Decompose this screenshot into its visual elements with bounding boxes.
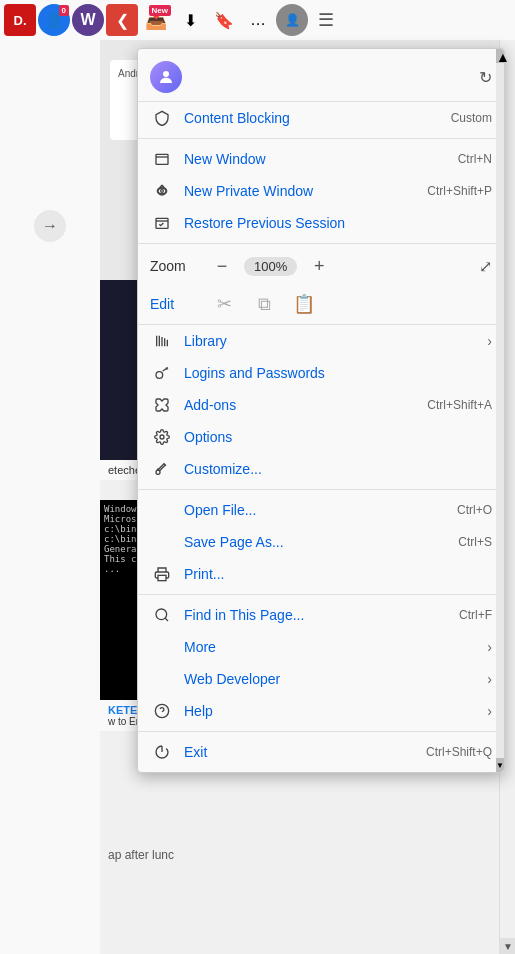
new-window-icon: [150, 151, 174, 167]
w-icon[interactable]: W: [72, 4, 104, 36]
exit-item[interactable]: Exit Ctrl+Shift+Q: [138, 736, 504, 768]
separator-2: [138, 243, 504, 244]
separator-5: [138, 731, 504, 732]
restore-icon: [150, 215, 174, 231]
zoom-expand-button[interactable]: ⤢: [479, 257, 492, 276]
options-item[interactable]: Options: [138, 421, 504, 453]
refresh-button[interactable]: ↻: [479, 68, 492, 87]
new-private-window-shortcut: Ctrl+Shift+P: [427, 184, 492, 198]
help-label: Help: [184, 703, 479, 719]
customize-item[interactable]: Customize...: [138, 453, 504, 485]
zoom-plus-button[interactable]: +: [305, 254, 333, 278]
more-arrow: ›: [487, 639, 492, 655]
edit-label: Edit: [150, 296, 200, 312]
puzzle-icon: [150, 397, 174, 413]
addons-shortcut: Ctrl+Shift+A: [427, 398, 492, 412]
bookmark-icon[interactable]: 🔖: [208, 4, 240, 36]
paste-button[interactable]: 📋: [288, 290, 320, 318]
separator-3: [138, 489, 504, 490]
content-blocking-value: Custom: [451, 111, 492, 125]
gear-icon: [150, 429, 174, 445]
dropdown-scroll-down[interactable]: ▼: [496, 758, 504, 772]
dropdown-scrollbar[interactable]: ▲ ▼: [496, 49, 504, 772]
addons-label: Add-ons: [184, 397, 427, 413]
sidebar-bg: →: [0, 40, 100, 954]
power-icon: [150, 744, 174, 760]
copy-button[interactable]: ⧉: [248, 290, 280, 318]
addons-item[interactable]: Add-ons Ctrl+Shift+A: [138, 389, 504, 421]
key-icon: [150, 365, 174, 381]
help-icon: [150, 703, 174, 719]
web-developer-arrow: ›: [487, 671, 492, 687]
dropdown-scroll-up[interactable]: ▲: [496, 49, 504, 63]
more-item[interactable]: More ›: [138, 631, 504, 663]
help-item[interactable]: Help ›: [138, 695, 504, 727]
d-icon[interactable]: D.: [4, 4, 36, 36]
content-blocking-label: Content Blocking: [184, 110, 451, 126]
logins-label: Logins and Passwords: [184, 365, 492, 381]
find-in-page-label: Find in This Page...: [184, 607, 459, 623]
library-label: Library: [184, 333, 479, 349]
new-window-shortcut: Ctrl+N: [458, 152, 492, 166]
library-item[interactable]: Library ›: [138, 325, 504, 357]
svg-rect-1: [156, 154, 168, 164]
svg-point-3: [161, 190, 164, 193]
notification-badge: 0: [59, 5, 69, 16]
zoom-minus-button[interactable]: −: [208, 254, 236, 278]
new-window-label: New Window: [184, 151, 458, 167]
options-label: Options: [184, 429, 492, 445]
content-blocking-item[interactable]: Content Blocking Custom: [138, 102, 504, 134]
private-window-icon: [150, 183, 174, 199]
find-in-page-shortcut: Ctrl+F: [459, 608, 492, 622]
scroll-down-button[interactable]: ▼: [500, 938, 515, 954]
sidebar-forward-button[interactable]: →: [34, 210, 66, 242]
zoom-value: 100%: [244, 257, 297, 276]
logins-passwords-item[interactable]: Logins and Passwords: [138, 357, 504, 389]
new-private-window-item[interactable]: New Private Window Ctrl+Shift+P: [138, 175, 504, 207]
browser-dropdown-menu: ↻ Content Blocking Custom New Window Ctr…: [137, 48, 505, 773]
svg-point-0: [163, 71, 169, 77]
customize-label: Customize...: [184, 461, 492, 477]
new-window-item[interactable]: New Window Ctrl+N: [138, 143, 504, 175]
more-label: More: [184, 639, 479, 655]
help-arrow: ›: [487, 703, 492, 719]
download-icon[interactable]: ⬇: [174, 4, 206, 36]
separator-1: [138, 138, 504, 139]
avatar-icon[interactable]: 👤 0: [38, 4, 70, 36]
svg-point-13: [160, 435, 164, 439]
print-item[interactable]: Print...: [138, 558, 504, 590]
web-developer-label: Web Developer: [184, 671, 479, 687]
find-in-page-item[interactable]: Find in This Page... Ctrl+F: [138, 599, 504, 631]
save-page-item[interactable]: Save Page As... Ctrl+S: [138, 526, 504, 558]
separator-4: [138, 594, 504, 595]
cut-button[interactable]: ✂: [208, 290, 240, 318]
hamburger-menu-button[interactable]: ☰: [310, 4, 342, 36]
exit-label: Exit: [184, 744, 426, 760]
zoom-label: Zoom: [150, 258, 200, 274]
todoist-icon[interactable]: ❮: [106, 4, 138, 36]
print-label: Print...: [184, 566, 492, 582]
open-file-item[interactable]: Open File... Ctrl+O: [138, 494, 504, 526]
printer-icon: [150, 566, 174, 582]
library-arrow: ›: [487, 333, 492, 349]
new-extension-icon[interactable]: 📥 New: [140, 4, 172, 36]
save-page-shortcut: Ctrl+S: [458, 535, 492, 549]
shield-icon: [150, 110, 174, 126]
bottom-content: ap after lunc: [100, 840, 499, 870]
browser-toolbar: D. 👤 0 W ❮ 📥 New ⬇ 🔖 … 👤 ☰: [0, 0, 515, 40]
open-file-label: Open File...: [184, 502, 457, 518]
web-developer-item[interactable]: Web Developer ›: [138, 663, 504, 695]
profile-icon[interactable]: 👤: [276, 4, 308, 36]
library-icon: [150, 333, 174, 349]
zoom-row: Zoom − 100% + ⤢: [138, 248, 504, 284]
edit-row: Edit ✂ ⧉ 📋: [138, 284, 504, 325]
exit-shortcut: Ctrl+Shift+Q: [426, 745, 492, 759]
restore-session-label: Restore Previous Session: [184, 215, 492, 231]
svg-rect-6: [156, 218, 168, 228]
brush-icon: [150, 461, 174, 477]
new-badge: New: [149, 5, 171, 16]
save-page-label: Save Page As...: [184, 534, 458, 550]
svg-point-12: [156, 372, 163, 379]
dots-icon[interactable]: …: [242, 4, 274, 36]
restore-session-item[interactable]: Restore Previous Session: [138, 207, 504, 239]
